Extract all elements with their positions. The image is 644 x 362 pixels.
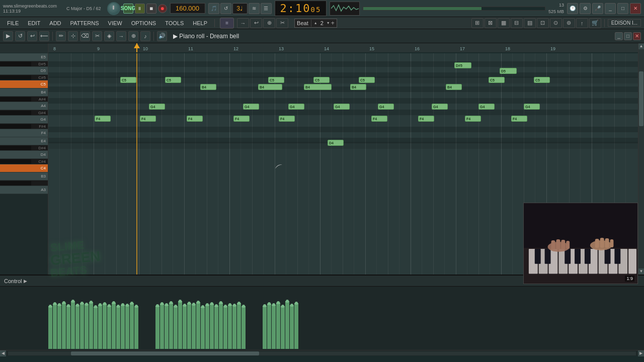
velocity-bar-23[interactable] [155,306,159,349]
bottom-scrollbar[interactable]: ◀ ▶ [0,350,644,356]
tool-wrap[interactable]: ↩ [250,18,262,28]
pr-close-btn[interactable]: ✕ [633,32,641,40]
pr-eraser-tool[interactable]: ⌫ [80,31,90,41]
velocity-bar-17[interactable] [125,305,129,349]
velocity-bar-3[interactable] [62,303,66,349]
tool-link[interactable]: ⊕ [263,18,275,28]
beat-up-arrow[interactable]: ▲ [314,21,317,25]
pr-select-tool[interactable]: ⊹ [68,31,78,41]
key-a3[interactable]: A3 [0,186,48,194]
note-b4-4[interactable]: B4 [350,84,366,90]
note-d4-1[interactable]: D4 [328,140,344,146]
velocity-bar-32[interactable] [196,302,200,349]
note-g4-3[interactable]: G4 [288,104,304,110]
velocity-bar-41[interactable] [237,303,241,349]
bpm-display[interactable]: 160.000 [170,3,205,14]
scroll-right-btn[interactable]: ▶ [638,350,644,356]
horizontal-scroll-track[interactable] [8,351,636,355]
note-c5-1[interactable]: C5 [120,77,136,83]
minimize-btn[interactable]: _ [605,3,616,14]
velocity-bar-8[interactable] [85,304,89,349]
tool-scissors[interactable]: ✂ [276,18,288,28]
control-canvas[interactable] [0,287,644,350]
pause-btn[interactable]: ⏸ [135,4,145,14]
note-f4-2[interactable]: F4 [140,116,156,122]
velocity-bar-52[interactable] [290,305,294,349]
key-e5[interactable]: E5 [0,53,48,61]
velocity-bar-12[interactable] [103,304,107,349]
key-gs4[interactable]: G#4 [0,110,48,116]
shop-btn[interactable]: 🛒 [589,18,601,28]
velocity-bar-25[interactable] [165,305,169,349]
pr-volume-tool[interactable]: ♪ [140,31,150,41]
key-g4[interactable]: G4 [0,116,48,124]
velocity-bar-40[interactable] [232,305,236,349]
pr-back-btn[interactable]: ⟵ [39,31,49,41]
velocity-bar-46[interactable] [263,306,267,349]
velocity-bar-27[interactable] [174,306,178,349]
maximize-btn[interactable]: □ [617,3,628,14]
note-c5-7[interactable]: C5 [534,77,550,83]
control-expand-arrow[interactable]: ▶ [24,279,27,284]
tool-arrow[interactable]: → [237,18,249,28]
note-c5-5[interactable]: C5 [359,77,375,83]
velocity-bar-29[interactable] [183,305,187,349]
velocity-bar-11[interactable] [98,305,102,349]
stop-btn[interactable]: ⏹ [146,4,156,14]
key-as3[interactable] [0,180,48,186]
note-f4-8[interactable]: F4 [465,116,481,122]
menu-options[interactable]: OPTIONS [127,19,160,27]
velocity-bar-6[interactable] [75,305,79,349]
velocity-bar-1[interactable] [53,304,57,349]
note-c5-6[interactable]: C5 [489,77,505,83]
note-f4-5[interactable]: F4 [279,116,295,122]
velocity-bar-9[interactable] [89,302,93,349]
tools-btn[interactable]: ⊙ [550,18,562,28]
key-cs4[interactable]: C#4 [0,159,48,164]
beat-down-arrows[interactable]: ▼ [327,21,330,25]
menu-help[interactable]: HELP [189,19,211,27]
key-d4[interactable]: D4 [0,151,48,159]
velocity-bar-33[interactable] [201,307,205,349]
menu-edit[interactable]: EDIT [24,19,44,27]
pr-zoom-tool[interactable]: ⊕ [128,31,138,41]
velocity-bar-49[interactable] [276,303,280,349]
note-g4-2[interactable]: G4 [243,104,259,110]
pr-pencil-tool[interactable]: ✏ [56,31,66,41]
velocity-bar-7[interactable] [80,303,84,349]
clock-icon-btn[interactable]: 🕐 [567,3,578,14]
pr-max-btn[interactable]: □ [624,32,632,40]
key-b3[interactable]: B3 [0,172,48,180]
note-ds5-1[interactable]: D#5 [454,62,471,68]
vertical-scrollbar[interactable]: ▲ ▼ [638,43,644,275]
menu-view[interactable]: VIEW [104,19,126,27]
piano-icon-btn[interactable]: ▦ [498,18,510,28]
note-g4-6[interactable]: G4 [432,104,448,110]
note-g4-7[interactable]: G4 [478,104,495,110]
velocity-bar-47[interactable] [267,304,271,349]
note-f4-4[interactable]: F4 [233,116,250,122]
note-f4-3[interactable]: F4 [187,116,203,122]
velocity-bar-39[interactable] [228,305,232,349]
menu-patterns[interactable]: PATTERNS [66,19,103,27]
velocity-bar-19[interactable] [134,306,138,349]
note-b4-5[interactable]: B4 [446,84,462,90]
velocity-bar-42[interactable] [242,306,246,349]
pattern-num[interactable]: 3♩ [232,3,248,14]
scroll-thumb-v[interactable] [639,71,643,126]
velocity-bar-53[interactable] [294,303,298,349]
note-c5-4[interactable]: C5 [313,77,330,83]
mixer-icon-btn[interactable]: ⊠ [485,18,497,28]
velocity-bar-16[interactable] [121,305,125,349]
loop-btn[interactable]: ↺ [220,3,231,14]
note-g4-1[interactable]: G4 [149,104,165,110]
velocity-bar-35[interactable] [210,304,214,349]
key-f4[interactable]: F4 [0,129,48,137]
velocity-bar-50[interactable] [281,306,285,349]
key-ds4[interactable]: D#4 [0,145,48,151]
note-f4-9[interactable]: F4 [511,116,527,122]
beat-arrows[interactable]: ▲ [314,21,317,25]
pr-undo-btn[interactable]: ↩ [27,31,37,41]
beat-plus[interactable]: + [331,20,335,27]
note-d5-1[interactable]: D5 [500,68,517,74]
